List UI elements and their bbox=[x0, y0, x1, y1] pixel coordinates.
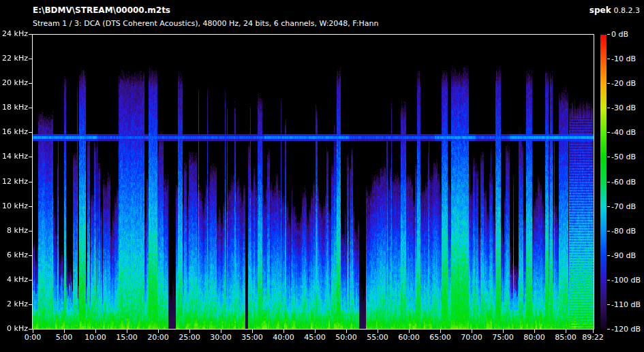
y-axis-tick bbox=[29, 182, 32, 182]
x-axis-label: 15:00 bbox=[110, 334, 144, 342]
x-axis-label: 70:00 bbox=[455, 334, 489, 342]
legend-label: -40 dB bbox=[611, 129, 636, 137]
y-axis-label: 14 kHz bbox=[0, 153, 28, 161]
legend-label: -50 dB bbox=[611, 153, 636, 161]
spek-window: E:\BDMV\STREAM\00000.m2ts spek 0.8.2.3 S… bbox=[0, 0, 644, 352]
x-axis-label: 80:00 bbox=[517, 334, 551, 342]
legend-label: -30 dB bbox=[611, 104, 636, 112]
x-axis-label: 89:22 bbox=[576, 334, 610, 342]
app-title: spek 0.8.2.3 bbox=[589, 5, 640, 15]
y-axis-label: 10 kHz bbox=[0, 202, 28, 210]
x-axis-label: 50:00 bbox=[329, 334, 363, 342]
x-axis-label: 40:00 bbox=[266, 334, 301, 342]
y-axis-label: 16 kHz bbox=[0, 128, 28, 136]
y-axis-tick bbox=[29, 206, 32, 207]
legend-tick bbox=[607, 132, 610, 133]
legend-label: -90 dB bbox=[611, 252, 636, 260]
x-axis-label: 25:00 bbox=[172, 334, 206, 342]
y-axis-label: 6 kHz bbox=[0, 251, 28, 259]
legend-tick bbox=[607, 157, 610, 157]
x-axis-label: 20:00 bbox=[141, 334, 175, 342]
legend-tick bbox=[607, 280, 610, 281]
legend-tick bbox=[607, 108, 610, 108]
y-axis-label: 8 kHz bbox=[0, 227, 28, 235]
legend-label: -110 dB bbox=[611, 301, 641, 309]
app-version-number: 0.8.2.3 bbox=[614, 6, 640, 15]
y-axis-tick bbox=[29, 329, 32, 330]
y-axis-label: 20 kHz bbox=[0, 79, 28, 87]
y-axis-tick bbox=[29, 59, 32, 59]
x-axis-label: 0:00 bbox=[16, 334, 50, 342]
y-axis-label: 22 kHz bbox=[0, 54, 28, 63]
y-axis-label: 18 kHz bbox=[0, 103, 28, 112]
legend-label: -10 dB bbox=[611, 55, 636, 63]
y-axis-label: 24 kHz bbox=[0, 30, 28, 38]
x-axis-label: 75:00 bbox=[486, 334, 520, 342]
y-axis-label: 0 kHz bbox=[0, 325, 28, 333]
y-axis-tick bbox=[29, 304, 32, 305]
x-axis-label: 65:00 bbox=[423, 334, 457, 342]
legend-label: -20 dB bbox=[611, 80, 636, 88]
legend-tick bbox=[607, 83, 610, 84]
x-axis-label: 45:00 bbox=[298, 334, 332, 342]
y-axis-tick bbox=[29, 280, 32, 281]
x-axis-label: 35:00 bbox=[235, 334, 269, 342]
legend-tick bbox=[607, 59, 610, 59]
y-axis-label: 4 kHz bbox=[0, 276, 28, 284]
x-axis-label: 60:00 bbox=[392, 334, 426, 342]
legend-label: 0 dB bbox=[611, 31, 628, 39]
legend-label: -100 dB bbox=[611, 276, 641, 285]
legend-tick bbox=[607, 304, 610, 305]
y-axis-tick bbox=[29, 132, 32, 133]
spectrogram-canvas bbox=[33, 35, 594, 329]
legend-tick bbox=[607, 34, 610, 35]
db-legend-gradient bbox=[600, 35, 607, 329]
legend-tick bbox=[607, 255, 610, 256]
y-axis-label: 2 kHz bbox=[0, 300, 28, 308]
app-name: spek bbox=[589, 5, 611, 15]
y-axis-tick bbox=[29, 255, 32, 256]
legend-tick bbox=[607, 182, 610, 182]
y-axis-tick bbox=[29, 34, 32, 35]
x-axis-label: 5:00 bbox=[47, 334, 81, 342]
file-path-title: E:\BDMV\STREAM\00000.m2ts bbox=[33, 5, 170, 15]
legend-label: -60 dB bbox=[611, 178, 636, 187]
y-axis-tick bbox=[29, 157, 32, 157]
legend-label: -70 dB bbox=[611, 203, 636, 211]
spectrogram-plot bbox=[32, 34, 594, 330]
y-axis-tick bbox=[29, 108, 32, 108]
y-axis-label: 12 kHz bbox=[0, 178, 28, 186]
legend-label: -80 dB bbox=[611, 227, 636, 236]
legend-tick bbox=[607, 206, 610, 207]
x-axis-label: 10:00 bbox=[78, 334, 112, 342]
x-axis-label: 55:00 bbox=[361, 334, 395, 342]
legend-label: -120 dB bbox=[611, 325, 641, 334]
legend-tick bbox=[607, 329, 610, 330]
y-axis-tick bbox=[29, 231, 32, 231]
x-axis-label: 30:00 bbox=[204, 334, 238, 342]
stream-info: Stream 1 / 3: DCA (DTS Coherent Acoustic… bbox=[33, 19, 378, 28]
legend-tick bbox=[607, 231, 610, 231]
y-axis-tick bbox=[29, 83, 32, 84]
